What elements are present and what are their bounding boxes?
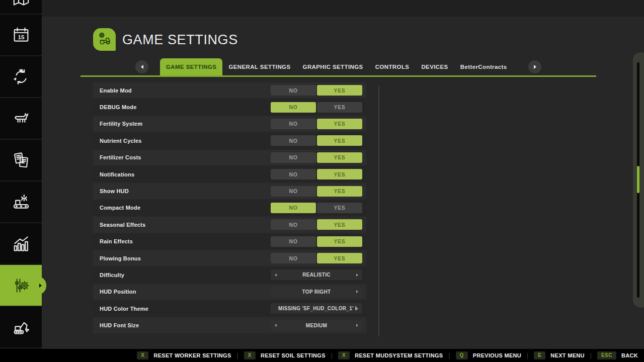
sidebar-item-settings[interactable] [0,265,42,307]
selector-right-arrow-icon[interactable] [356,274,358,277]
sidebar-item-animals[interactable] [0,98,42,140]
selector-value: MEDIUM [277,323,356,328]
toggle-yes-button[interactable]: YES [317,203,362,213]
sidebar-item-construction[interactable] [0,307,42,348]
toggle-yes-button[interactable]: YES [317,85,362,96]
toggle-no-button[interactable]: NO [271,169,316,179]
tabs-next-button[interactable] [528,60,541,73]
toggle-group: NOYES [271,135,362,146]
setting-label: Show HUD [100,188,271,194]
arrow-right-icon [534,65,536,69]
toggle-no-button[interactable]: NO [271,135,316,146]
selector-difficulty[interactable]: REALISTIC [271,269,362,280]
tab-controls[interactable]: CONTROLS [369,58,416,75]
setting-label: Fertilizer Costs [100,154,271,160]
sidebar-item-production[interactable] [0,182,42,223]
hint-reset-mudsystem-settings[interactable]: XRESET MUDSYSTEM SETTINGS [338,351,443,359]
setting-label: HUD Font Size [100,322,271,328]
hint-label: RESET MUDSYSTEM SETTINGS [355,352,443,358]
setting-label: Seasonal Effects [100,222,271,228]
toggle-yes-button[interactable]: YES [317,102,362,113]
key-badge-x: X [137,351,148,359]
selector-right-arrow-icon[interactable] [356,290,358,293]
toggle-group: NOYES [271,102,362,113]
sidebar-item-crop-rotation[interactable] [0,56,42,98]
construction-icon [11,317,31,337]
key-badge-esc: ESC [597,351,616,359]
toggle-no-button[interactable]: NO [271,119,316,129]
setting-label: DEBUG Mode [100,104,271,110]
hint-previous-menu[interactable]: QPREVIOUS MENU [456,351,521,359]
setting-label: HUD Position [100,289,271,295]
toggle-group: NOYES [271,119,362,129]
setting-row: Compact ModeNOYES [93,200,366,216]
selector-right-arrow-icon[interactable] [356,307,358,310]
selector-hud-color-theme[interactable]: MISSING 'SF_HUD_COLOR_1' L... [271,303,362,314]
hint-label: RESET SOIL SETTINGS [261,352,326,358]
tab-game-settings[interactable]: GAME SETTINGS [160,58,222,75]
toggle-no-button[interactable]: NO [271,236,316,247]
toggle-yes-button[interactable]: YES [317,186,362,197]
hint-reset-soil-settings[interactable]: XRESET SOIL SETTINGS [244,351,326,359]
setting-label: HUD Color Theme [100,306,271,312]
tabs: GAME SETTINGSGENERAL SETTINGSGRAPHIC SET… [160,58,513,75]
hint-reset-worker-settings[interactable]: XRESET WORKER SETTINGS [137,351,231,359]
toggle-yes-button[interactable]: YES [317,119,362,129]
toggle-yes-button[interactable]: YES [317,135,362,146]
crop-rotation-icon [11,67,31,87]
hint-divider: | [331,352,333,359]
toggle-yes-button[interactable]: YES [317,152,362,163]
setting-row: DEBUG ModeNOYES [93,99,366,115]
tabs-prev-button[interactable] [135,60,148,73]
sidebar-item-calendar[interactable]: 15 [0,15,42,56]
hint-divider: | [448,352,450,359]
setting-row: HUD Font SizeMEDIUM [93,317,366,333]
tab-bar: GAME SETTINGSGENERAL SETTINGSGRAPHIC SET… [80,58,596,77]
tab-general-settings[interactable]: GENERAL SETTINGS [222,58,296,75]
toggle-yes-button[interactable]: YES [317,236,362,247]
toggle-group: NOYES [271,85,362,96]
statistics-icon [11,234,31,254]
tab-graphic-settings[interactable]: GRAPHIC SETTINGS [297,58,369,75]
tab-bettercontracts[interactable]: BetterContracts [454,58,513,75]
setting-row: Fertility SystemNOYES [93,116,366,132]
hint-back[interactable]: ESCBACK [597,351,638,359]
toggle-yes-button[interactable]: YES [317,253,362,263]
toggle-group: NOYES [271,203,362,213]
toggle-no-button[interactable]: NO [271,102,316,113]
toggle-group: NOYES [271,219,362,230]
sidebar-item-statistics[interactable] [0,223,42,265]
toggle-no-button[interactable]: NO [271,85,316,96]
setting-label: Enable Mod [100,87,271,94]
sidebar-item-map[interactable] [0,0,42,15]
tractor-gear-icon [96,30,113,49]
selector-hud-position[interactable]: TOP RIGHT [271,287,362,297]
contracts-icon [11,150,31,170]
key-badge-e: E [534,351,545,359]
toggle-no-button[interactable]: NO [271,219,316,230]
toggle-yes-button[interactable]: YES [317,169,362,179]
toggle-yes-button[interactable]: YES [317,219,362,230]
hint-divider: | [527,352,528,359]
setting-row: HUD PositionTOP RIGHT [93,284,366,300]
toggle-group: NOYES [271,253,362,263]
toggle-no-button[interactable]: NO [271,253,316,263]
setting-row: Enable ModNOYES [93,82,366,98]
tab-devices[interactable]: DEVICES [415,58,454,75]
page-scrollbar-thumb[interactable] [637,166,639,193]
selector-value: REALISTIC [277,272,356,278]
hint-next-menu[interactable]: ENEXT MENU [534,351,585,359]
toggle-no-button[interactable]: NO [271,203,316,213]
selector-right-arrow-icon[interactable] [356,324,358,327]
settings-scrollbar-track[interactable] [378,85,379,337]
sidebar-item-contracts[interactable] [0,140,42,182]
active-item-notch [38,277,46,295]
setting-label: Rain Effects [100,238,271,244]
selector-hud-font-size[interactable]: MEDIUM [271,320,362,331]
top-strip [42,0,644,17]
key-badge-x: X [244,351,256,359]
key-badge-q: Q [456,351,468,359]
svg-text:15: 15 [18,33,24,40]
toggle-no-button[interactable]: NO [271,152,316,163]
toggle-no-button[interactable]: NO [271,186,316,197]
